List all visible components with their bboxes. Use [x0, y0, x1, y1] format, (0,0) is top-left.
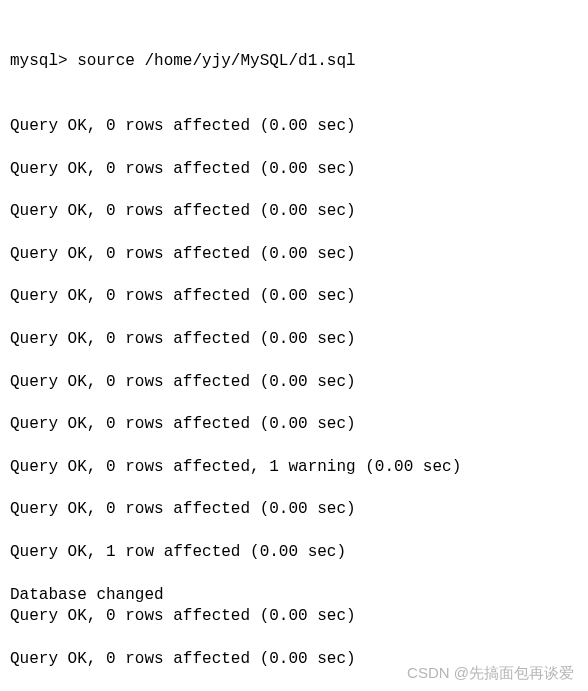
query-results: Query OK, 0 rows affected (0.00 sec)Quer… [10, 116, 578, 691]
query-result-line: Query OK, 0 rows affected (0.00 sec) [10, 116, 578, 138]
query-result-line: Query OK, 0 rows affected (0.00 sec) [10, 499, 578, 521]
query-result-line: Query OK, 0 rows affected (0.00 sec) [10, 244, 578, 266]
query-result-line: Query OK, 0 rows affected (0.00 sec) [10, 159, 578, 181]
query-result-line: Query OK, 0 rows affected (0.00 sec) [10, 329, 578, 351]
query-result-line: Query OK, 1 row affected (0.00 sec) [10, 542, 578, 564]
command-line: mysql> source /home/yjy/MySQL/d1.sql [10, 51, 578, 73]
query-result-line: Query OK, 0 rows affected (0.00 sec) [10, 372, 578, 394]
source-command: source /home/yjy/MySQL/d1.sql [77, 52, 355, 70]
query-result-line: Query OK, 0 rows affected (0.00 sec) [10, 286, 578, 308]
mysql-prompt: mysql> [10, 52, 77, 70]
query-result-line: Query OK, 0 rows affected (0.00 sec) [10, 201, 578, 223]
query-result-line: Query OK, 0 rows affected, 1 warning (0.… [10, 457, 578, 479]
terminal-output: mysql> source /home/yjy/MySQL/d1.sql Que… [10, 8, 578, 691]
query-result-line: Query OK, 0 rows affected (0.00 sec) [10, 649, 578, 671]
query-result-line: Query OK, 0 rows affected (0.00 sec) [10, 606, 578, 628]
query-result-line: Query OK, 0 rows affected (0.00 sec) [10, 414, 578, 436]
query-result-line: Database changed [10, 585, 578, 607]
